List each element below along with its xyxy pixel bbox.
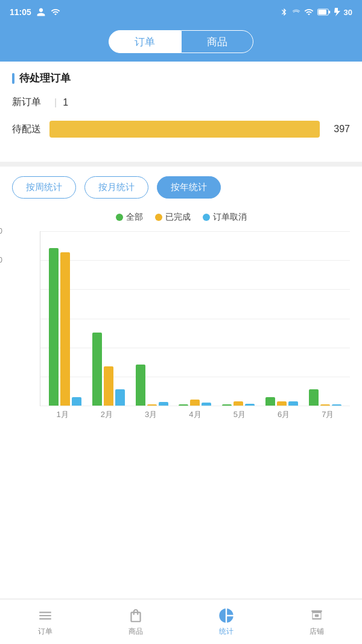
nav-orders[interactable]: 订单	[27, 607, 63, 637]
bar	[288, 401, 298, 406]
status-left: 11:05	[10, 7, 60, 17]
filter-buttons: 按周统计 按月统计 按年统计	[12, 176, 350, 199]
y-label: 1,000	[0, 256, 2, 264]
bar	[159, 402, 168, 406]
x-label: 5月	[233, 409, 246, 420]
x-label: 7月	[322, 409, 334, 420]
bar	[222, 404, 232, 406]
bar	[245, 404, 255, 406]
tab-orders[interactable]: 订单	[109, 30, 181, 53]
legend-all: 全部	[116, 212, 143, 223]
nav-products[interactable]: 商品	[118, 607, 154, 637]
nav-stats[interactable]: 统计	[208, 607, 244, 637]
signal-icon	[51, 7, 60, 17]
battery-icon	[317, 8, 331, 16]
nav-products-label: 商品	[129, 626, 143, 637]
bar	[147, 404, 157, 406]
new-order-label: 新订单	[12, 96, 48, 109]
filter-week[interactable]: 按周统计	[12, 176, 76, 199]
legend-dot-cancelled	[203, 214, 210, 221]
legend-cancelled: 订单取消	[203, 212, 247, 223]
pending-orders-title: 待处理订单	[12, 71, 350, 85]
x-label: 4月	[189, 409, 201, 420]
status-right: 30	[280, 7, 352, 17]
bars-area	[40, 231, 350, 406]
bar	[233, 401, 243, 406]
x-label: 6月	[278, 409, 290, 420]
chart-pie-icon	[218, 607, 235, 624]
chart-inner: 1月2月3月4月5月6月7月	[40, 231, 350, 406]
person-icon	[36, 7, 46, 17]
bar	[136, 365, 145, 406]
main-content: 待处理订单 新订单 | 1 待配送 397 按周统计 按月统计 按年统计 全部	[0, 62, 362, 599]
bar	[309, 389, 319, 406]
store-icon	[308, 607, 325, 624]
svg-rect-1	[318, 10, 326, 14]
nav-orders-label: 订单	[38, 626, 52, 637]
svg-rect-3	[315, 614, 319, 616]
filter-month[interactable]: 按月统计	[84, 176, 148, 199]
bottom-nav: 订单 商品 统计 店铺	[0, 599, 362, 644]
bar	[92, 333, 102, 406]
nav-store[interactable]: 店铺	[299, 607, 335, 637]
chart-legend: 全部 已完成 订单取消	[12, 212, 350, 223]
new-order-row: 新订单 | 1	[12, 96, 350, 109]
new-order-count: 1	[63, 97, 68, 108]
bluetooth-icon	[280, 8, 288, 16]
delivery-count: 397	[328, 124, 350, 135]
delivery-bar	[49, 121, 320, 138]
y-axis: 02004006008001,0001,200	[12, 231, 39, 406]
x-axis: 1月2月3月4月5月6月7月	[40, 409, 350, 420]
bar	[115, 389, 125, 406]
svg-rect-2	[328, 11, 329, 14]
top-tab-bar: 订单 商品	[0, 24, 362, 62]
legend-label-completed: 已完成	[165, 212, 191, 223]
legend-dot-completed	[155, 214, 162, 221]
nav-stats-label: 统计	[219, 626, 233, 637]
y-label: 1,200	[0, 227, 2, 235]
bar-group	[92, 333, 125, 406]
battery-level: 30	[344, 8, 352, 17]
bar-chart: 02004006008001,0001,200 1月2月3月4月5月6月7月	[12, 231, 350, 424]
nav-store-label: 店铺	[310, 626, 324, 637]
legend-dot-all	[116, 214, 123, 221]
bar-group	[265, 397, 298, 406]
stats-section: 按周统计 按月统计 按年统计 全部 已完成 订单取消 0200400600800…	[0, 167, 362, 436]
legend-label-all: 全部	[126, 212, 143, 223]
time: 11:05	[10, 7, 31, 17]
section-divider	[0, 162, 362, 167]
bar	[320, 404, 330, 406]
delivery-row: 待配送 397	[12, 121, 350, 138]
bar	[179, 404, 188, 406]
bar	[72, 397, 81, 406]
signal-bars-icon	[292, 8, 300, 16]
bar	[190, 400, 200, 406]
pending-orders-section: 待处理订单 新订单 | 1 待配送 397	[0, 62, 362, 157]
tab-products[interactable]: 商品	[181, 30, 253, 53]
charge-icon	[334, 8, 340, 16]
x-label: 2月	[101, 409, 113, 420]
bar	[49, 248, 59, 406]
filter-year[interactable]: 按年统计	[157, 176, 221, 199]
bar-group	[222, 401, 255, 406]
wifi-icon	[304, 7, 314, 17]
status-bar: 11:05 30	[0, 0, 362, 24]
x-label: 3月	[145, 409, 157, 420]
bar	[332, 404, 341, 406]
legend-label-cancelled: 订单取消	[213, 212, 247, 223]
bar	[265, 397, 275, 406]
bar	[202, 403, 211, 406]
x-label: 1月	[57, 409, 69, 420]
delivery-label: 待配送	[12, 123, 41, 136]
menu-icon	[37, 607, 54, 624]
bar-group	[49, 248, 81, 406]
bar	[60, 252, 70, 406]
bar	[277, 401, 287, 406]
bar-group	[309, 389, 341, 406]
bar-group	[136, 365, 168, 406]
legend-completed: 已完成	[155, 212, 191, 223]
bag-icon	[127, 607, 144, 624]
bar	[104, 366, 113, 406]
bar-group	[179, 400, 211, 406]
